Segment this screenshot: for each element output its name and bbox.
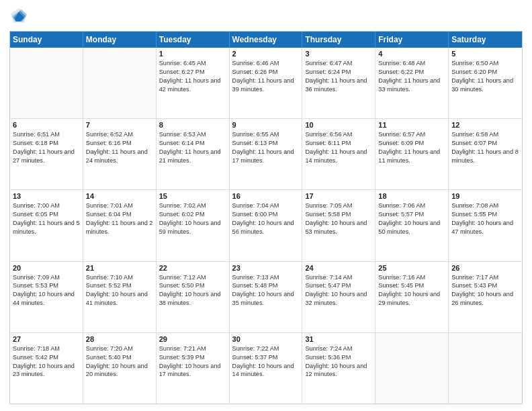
daylight-text: Daylight: 11 hours and 2 minutes. (86, 219, 153, 236)
sunrise-text: Sunrise: 6:45 AM (159, 59, 226, 68)
daylight-text: Daylight: 10 hours and 17 minutes. (159, 362, 226, 379)
sunset-text: Sunset: 5:42 PM (13, 353, 80, 362)
sunset-text: Sunset: 6:11 PM (305, 139, 372, 148)
sunrise-text: Sunrise: 6:57 AM (378, 130, 445, 139)
calendar-cell-14: 14Sunrise: 7:01 AMSunset: 6:04 PMDayligh… (83, 190, 157, 261)
calendar-cell-16: 16Sunrise: 7:04 AMSunset: 6:00 PMDayligh… (230, 190, 303, 261)
day-number: 17 (305, 192, 372, 200)
daylight-text: Daylight: 11 hours and 27 minutes. (13, 148, 80, 165)
daylight-text: Daylight: 11 hours and 11 minutes. (378, 148, 445, 165)
sunrise-text: Sunrise: 7:13 AM (232, 273, 300, 282)
day-of-week-tuesday: Tuesday (157, 32, 230, 48)
sunset-text: Sunset: 5:47 PM (305, 281, 372, 290)
calendar-cell-22: 22Sunrise: 7:12 AMSunset: 5:50 PMDayligh… (157, 262, 230, 332)
sunset-text: Sunset: 5:48 PM (232, 281, 300, 290)
sunrise-text: Sunrise: 6:51 AM (13, 130, 80, 139)
calendar-body: 1Sunrise: 6:45 AMSunset: 6:27 PMDaylight… (10, 48, 522, 404)
day-number: 8 (159, 121, 226, 129)
sunset-text: Sunset: 5:40 PM (86, 353, 153, 362)
daylight-text: Daylight: 10 hours and 14 minutes. (232, 362, 300, 379)
sunrise-text: Sunrise: 6:55 AM (232, 130, 300, 139)
day-number: 28 (86, 335, 153, 343)
calendar-cell-empty (449, 333, 522, 404)
day-number: 25 (378, 264, 445, 272)
day-of-week-wednesday: Wednesday (230, 32, 303, 48)
sunrise-text: Sunrise: 7:22 AM (232, 345, 300, 353)
sunrise-text: Sunrise: 7:06 AM (378, 201, 445, 210)
day-of-week-monday: Monday (83, 32, 157, 48)
sunset-text: Sunset: 6:27 PM (159, 68, 226, 77)
daylight-text: Daylight: 10 hours and 32 minutes. (305, 290, 372, 308)
sunrise-text: Sunrise: 7:05 AM (305, 201, 372, 210)
sunset-text: Sunset: 6:16 PM (86, 139, 153, 148)
calendar-header: SundayMondayTuesdayWednesdayThursdayFrid… (10, 32, 522, 48)
day-number: 3 (305, 50, 372, 58)
day-number: 29 (159, 335, 226, 343)
daylight-text: Daylight: 11 hours and 17 minutes. (232, 148, 300, 165)
calendar-cell-29: 29Sunrise: 7:21 AMSunset: 5:39 PMDayligh… (157, 333, 230, 404)
header (9, 7, 523, 26)
sunset-text: Sunset: 5:57 PM (378, 210, 445, 219)
calendar-row-5: 27Sunrise: 7:18 AMSunset: 5:42 PMDayligh… (10, 333, 522, 404)
sunset-text: Sunset: 6:07 PM (451, 139, 519, 148)
day-number: 23 (232, 264, 300, 272)
day-number: 30 (232, 335, 300, 343)
sunset-text: Sunset: 5:55 PM (451, 210, 519, 219)
sunrise-text: Sunrise: 7:20 AM (86, 345, 153, 353)
day-of-week-saturday: Saturday (449, 32, 522, 48)
calendar-cell-17: 17Sunrise: 7:05 AMSunset: 5:58 PMDayligh… (302, 190, 375, 261)
day-number: 22 (159, 264, 226, 272)
calendar-cell-3: 3Sunrise: 6:47 AMSunset: 6:24 PMDaylight… (302, 48, 375, 118)
calendar-cell-11: 11Sunrise: 6:57 AMSunset: 6:09 PMDayligh… (375, 119, 449, 189)
calendar-row-1: 1Sunrise: 6:45 AMSunset: 6:27 PMDaylight… (10, 48, 522, 119)
calendar-cell-30: 30Sunrise: 7:22 AMSunset: 5:37 PMDayligh… (230, 333, 303, 404)
calendar-cell-4: 4Sunrise: 6:48 AMSunset: 6:22 PMDaylight… (375, 48, 449, 118)
logo (9, 7, 31, 26)
sunrise-text: Sunrise: 7:00 AM (13, 201, 80, 210)
daylight-text: Daylight: 10 hours and 56 minutes. (232, 219, 300, 236)
calendar-cell-10: 10Sunrise: 6:56 AMSunset: 6:11 PMDayligh… (302, 119, 375, 189)
daylight-text: Daylight: 10 hours and 12 minutes. (305, 362, 372, 379)
day-of-week-friday: Friday (375, 32, 449, 48)
sunset-text: Sunset: 6:00 PM (232, 210, 300, 219)
daylight-text: Daylight: 10 hours and 26 minutes. (451, 290, 519, 308)
daylight-text: Daylight: 11 hours and 39 minutes. (232, 77, 300, 94)
day-number: 4 (378, 50, 445, 58)
day-number: 9 (232, 121, 300, 129)
calendar: SundayMondayTuesdayWednesdayThursdayFrid… (9, 31, 523, 404)
sunrise-text: Sunrise: 7:04 AM (232, 201, 300, 210)
sunrise-text: Sunrise: 6:52 AM (86, 130, 153, 139)
calendar-cell-1: 1Sunrise: 6:45 AMSunset: 6:27 PMDaylight… (157, 48, 230, 118)
sunset-text: Sunset: 5:58 PM (305, 210, 372, 219)
day-number: 19 (451, 192, 519, 200)
sunrise-text: Sunrise: 6:48 AM (378, 59, 445, 68)
sunrise-text: Sunrise: 7:01 AM (86, 201, 153, 210)
sunset-text: Sunset: 5:52 PM (86, 281, 153, 290)
logo-icon (9, 7, 28, 26)
sunrise-text: Sunrise: 7:21 AM (159, 345, 226, 353)
calendar-cell-21: 21Sunrise: 7:10 AMSunset: 5:52 PMDayligh… (83, 262, 157, 332)
sunrise-text: Sunrise: 6:53 AM (159, 130, 226, 139)
daylight-text: Daylight: 11 hours and 8 minutes. (451, 148, 519, 165)
day-number: 15 (159, 192, 226, 200)
sunrise-text: Sunrise: 6:47 AM (305, 59, 372, 68)
daylight-text: Daylight: 10 hours and 50 minutes. (378, 219, 445, 236)
day-number: 26 (451, 264, 519, 272)
day-number: 7 (86, 121, 153, 129)
calendar-cell-6: 6Sunrise: 6:51 AMSunset: 6:18 PMDaylight… (10, 119, 83, 189)
sunrise-text: Sunrise: 7:02 AM (159, 201, 226, 210)
sunset-text: Sunset: 5:53 PM (13, 281, 80, 290)
daylight-text: Daylight: 11 hours and 5 minutes. (13, 219, 80, 236)
calendar-row-4: 20Sunrise: 7:09 AMSunset: 5:53 PMDayligh… (10, 262, 522, 333)
daylight-text: Daylight: 10 hours and 44 minutes. (13, 290, 80, 308)
day-number: 21 (86, 264, 153, 272)
day-number: 27 (13, 335, 80, 343)
day-of-week-thursday: Thursday (302, 32, 375, 48)
daylight-text: Daylight: 11 hours and 14 minutes. (305, 148, 372, 165)
sunrise-text: Sunrise: 7:10 AM (86, 273, 153, 282)
calendar-row-3: 13Sunrise: 7:00 AMSunset: 6:05 PMDayligh… (10, 190, 522, 261)
calendar-cell-24: 24Sunrise: 7:14 AMSunset: 5:47 PMDayligh… (302, 262, 375, 332)
daylight-text: Daylight: 10 hours and 59 minutes. (159, 219, 226, 236)
sunset-text: Sunset: 6:26 PM (232, 68, 300, 77)
sunset-text: Sunset: 6:20 PM (451, 68, 519, 77)
